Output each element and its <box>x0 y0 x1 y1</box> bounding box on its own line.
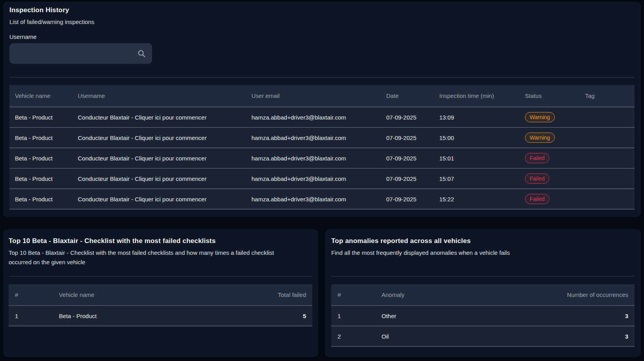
table-row: 1 Beta - Product 5 <box>9 306 312 326</box>
panel-title: Top 10 Beta - Blaxtair - Checklist with … <box>9 237 313 245</box>
panel-subtitle: Find all the most frequently displayed a… <box>331 248 635 258</box>
cell-inspection-time: 15:00 <box>434 134 519 141</box>
table-row: Beta - Product Conducteur Blaxtair - Cli… <box>9 128 635 148</box>
search-icon <box>137 49 146 58</box>
cell-occurrences: 3 <box>552 313 635 319</box>
top-failed-checklists-panel: Top 10 Beta - Blaxtair - Checklist with … <box>3 229 318 357</box>
panel-subtitle: Top 10 Beta - Blaxtair - Checklist with … <box>9 248 288 267</box>
cell-rank: 1 <box>9 313 59 319</box>
cell-user-email: hamza.abbad+driver3@blaxtair.com <box>246 114 381 121</box>
cell-anomaly: Oil <box>382 333 552 340</box>
panel-subtitle: List of failed/warning inspections <box>9 17 635 27</box>
column-header-user-email[interactable]: User email <box>246 92 381 99</box>
username-label: Username <box>9 33 635 40</box>
column-header-occurrences[interactable]: Number of occurrences <box>552 291 635 298</box>
column-header-inspection-time[interactable]: Inspection time (min) <box>434 92 519 99</box>
column-header-date[interactable]: Date <box>381 92 434 99</box>
cell-vehicle-name: Beta - Product <box>9 175 72 182</box>
cell-vehicle-name: Beta - Product <box>9 196 72 203</box>
section-divider <box>9 77 635 77</box>
cell-vehicle-name: Beta - Product <box>9 134 72 141</box>
cell-total-failed: 5 <box>230 313 312 319</box>
status-badge-failed: Failed <box>525 173 549 184</box>
cell-inspection-time: 13:09 <box>434 114 519 121</box>
cell-user-email: hamza.abbad+driver3@blaxtair.com <box>246 134 381 141</box>
table-row: Beta - Product Conducteur Blaxtair - Cli… <box>9 148 635 169</box>
column-header-username[interactable]: Username <box>72 92 246 99</box>
status-badge-failed: Failed <box>525 194 549 204</box>
column-header-vehicle-name[interactable]: Vehicle name <box>59 291 230 298</box>
cell-vehicle-name: Beta - Product <box>9 114 72 121</box>
table-header-row: # Anomaly Number of occurrences <box>331 284 635 306</box>
cell-vehicle-name: Beta - Product <box>59 313 230 319</box>
cell-date: 07-09-2025 <box>381 155 434 162</box>
cell-anomaly: Other <box>382 313 552 319</box>
cell-date: 07-09-2025 <box>381 134 434 141</box>
username-search-box[interactable] <box>9 43 152 64</box>
column-header-total-failed[interactable]: Total failed <box>230 291 312 298</box>
table-row: 2 Oil 3 <box>331 326 635 347</box>
inspection-history-panel: Inspection History List of failed/warnin… <box>3 2 641 217</box>
table-row: Beta - Product Conducteur Blaxtair - Cli… <box>9 169 635 189</box>
cell-username: Conducteur Blaxtair - Cliquer ici pour c… <box>72 134 246 141</box>
table-header-row: # Vehicle name Total failed <box>9 284 312 306</box>
cell-rank: 2 <box>331 333 382 340</box>
section-divider <box>331 276 635 276</box>
cell-date: 07-09-2025 <box>381 196 434 203</box>
panel-title: Top anomalies reported across all vehicl… <box>331 237 635 245</box>
status-badge-failed: Failed <box>525 153 549 163</box>
cell-username: Conducteur Blaxtair - Cliquer ici pour c… <box>72 114 246 121</box>
cell-user-email: hamza.abbad+driver3@blaxtair.com <box>246 196 381 203</box>
cell-username: Conducteur Blaxtair - Cliquer ici pour c… <box>72 196 246 203</box>
inspections-table: Vehicle name Username User email Date In… <box>9 85 635 210</box>
cell-inspection-time: 15:07 <box>434 175 519 182</box>
cell-date: 07-09-2025 <box>381 175 434 182</box>
cell-user-email: hamza.abbad+driver3@blaxtair.com <box>246 155 381 162</box>
column-header-tag[interactable]: Tag <box>580 92 635 99</box>
username-search-input[interactable] <box>9 43 137 64</box>
top-anomalies-table: # Anomaly Number of occurrences 1 Other … <box>331 284 635 347</box>
column-header-vehicle-name[interactable]: Vehicle name <box>9 92 72 99</box>
cell-inspection-time: 15:01 <box>434 155 519 162</box>
cell-username: Conducteur Blaxtair - Cliquer ici pour c… <box>72 175 246 182</box>
column-header-rank[interactable]: # <box>331 291 382 298</box>
table-row: 1 Other 3 <box>331 306 635 326</box>
status-badge-warning: Warning <box>525 133 555 143</box>
table-row: Beta - Product Conducteur Blaxtair - Cli… <box>9 189 635 210</box>
top-failed-table: # Vehicle name Total failed 1 Beta - Pro… <box>9 284 312 326</box>
top-anomalies-panel: Top anomalies reported across all vehicl… <box>325 229 641 357</box>
section-divider <box>9 276 312 276</box>
panel-title: Inspection History <box>9 6 635 14</box>
cell-user-email: hamza.abbad+driver3@blaxtair.com <box>246 175 381 182</box>
column-header-status[interactable]: Status <box>519 92 580 99</box>
column-header-rank[interactable]: # <box>9 291 59 298</box>
cell-occurrences: 3 <box>552 333 635 340</box>
cell-date: 07-09-2025 <box>381 114 434 121</box>
table-header-row: Vehicle name Username User email Date In… <box>9 85 635 107</box>
table-row: Beta - Product Conducteur Blaxtair - Cli… <box>9 107 635 128</box>
cell-inspection-time: 15:22 <box>434 196 519 203</box>
cell-rank: 1 <box>331 313 382 319</box>
cell-username: Conducteur Blaxtair - Cliquer ici pour c… <box>72 155 246 162</box>
cell-vehicle-name: Beta - Product <box>9 155 72 162</box>
column-header-anomaly[interactable]: Anomaly <box>382 291 552 298</box>
status-badge-warning: Warning <box>525 112 555 122</box>
